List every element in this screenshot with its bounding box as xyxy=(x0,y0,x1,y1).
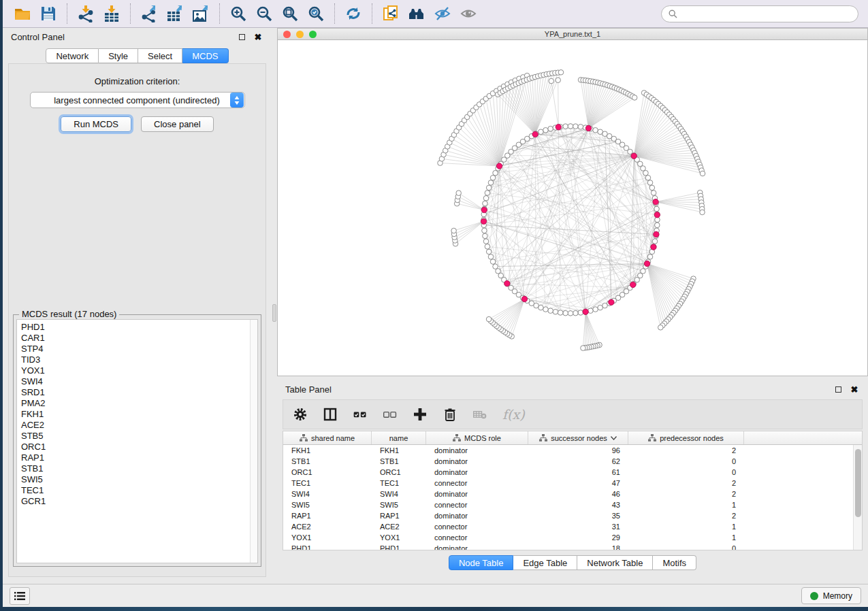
column-header-MCDS-role[interactable]: MCDS role xyxy=(426,431,528,444)
table-row[interactable]: TEC1TEC1connector472 xyxy=(283,478,853,489)
memory-button[interactable]: Memory xyxy=(801,587,861,604)
export-network-icon[interactable] xyxy=(136,2,162,25)
toolbar-separator xyxy=(130,3,131,24)
network-graph xyxy=(278,41,867,376)
export-image-icon[interactable] xyxy=(188,2,214,25)
table-cell: 96 xyxy=(528,446,628,455)
mcds-result-item[interactable]: CAR1 xyxy=(21,333,257,344)
zoom-fit-icon[interactable] xyxy=(277,2,303,25)
hide-selected-icon[interactable] xyxy=(430,2,455,25)
float-panel-icon[interactable] xyxy=(236,31,247,42)
mcds-result-item[interactable]: STB5 xyxy=(21,431,257,442)
mcds-result-item[interactable]: FKH1 xyxy=(21,409,257,420)
mcds-list-scrollbar[interactable] xyxy=(250,320,257,563)
table-cell: 0 xyxy=(628,468,744,476)
table-row[interactable]: ORC1ORC1dominator610 xyxy=(283,467,853,478)
zoom-selected-icon[interactable] xyxy=(303,2,329,25)
table-row[interactable]: FKH1FKH1dominator962 xyxy=(283,445,853,456)
unselect-all-columns-icon[interactable] xyxy=(383,407,398,422)
table-row[interactable]: PHD1PHD1dominator180 xyxy=(283,543,853,550)
network-window-titlebar[interactable]: YPA_prune.txt_1 xyxy=(278,29,867,40)
apply-layout-icon[interactable] xyxy=(340,2,366,25)
column-header-predecessor-nodes[interactable]: predecessor nodes xyxy=(628,431,744,444)
tab-network[interactable]: Network xyxy=(46,48,99,63)
table-cell: 2 xyxy=(628,479,744,487)
import-network-icon[interactable] xyxy=(73,2,99,25)
optimization-criterion-select[interactable]: largest connected component (undirected) xyxy=(30,92,245,108)
splitter-grip[interactable] xyxy=(272,304,276,322)
close-panel-icon[interactable]: ✖ xyxy=(849,384,860,395)
select-all-columns-icon[interactable] xyxy=(353,407,368,422)
table-cell: connector xyxy=(426,501,528,509)
export-table-icon[interactable] xyxy=(162,2,188,25)
search-input[interactable] xyxy=(681,10,851,19)
zoom-in-icon[interactable] xyxy=(225,2,251,25)
mcds-result-item[interactable]: SWI4 xyxy=(21,376,257,387)
mcds-result-list[interactable]: PHD1CAR1STP4TID3YOX1SWI4SRD1PMA2FKH1ACE2… xyxy=(16,319,258,563)
optimization-criterion-label: Optimization criterion: xyxy=(9,76,266,86)
tab-edge-table[interactable]: Edge Table xyxy=(513,555,577,570)
mcds-result-item[interactable]: STB1 xyxy=(21,463,257,474)
mcds-result-item[interactable]: TEC1 xyxy=(21,485,257,496)
network-canvas[interactable] xyxy=(278,41,867,376)
open-file-icon[interactable] xyxy=(10,2,35,25)
table-row[interactable]: SWI4SWI4dominator462 xyxy=(283,489,853,499)
table-cell: 2 xyxy=(628,490,744,498)
table-cell: dominator xyxy=(426,468,528,476)
mcds-result-item[interactable]: TID3 xyxy=(21,354,257,365)
table-cell: SWI5 xyxy=(283,501,372,509)
zoom-out-icon[interactable] xyxy=(251,2,277,25)
mcds-result-item[interactable]: GCR1 xyxy=(21,496,257,507)
window-maximize-icon[interactable] xyxy=(309,31,317,38)
column-header-successor-nodes[interactable]: successor nodes xyxy=(528,431,628,444)
table-row[interactable]: RAP1RAP1dominator352 xyxy=(283,510,853,521)
table-row[interactable]: YOX1YOX1connector291 xyxy=(283,532,853,543)
show-all-icon[interactable] xyxy=(455,2,481,25)
table-scrollbar[interactable] xyxy=(853,445,862,550)
import-table-icon[interactable] xyxy=(99,2,125,25)
tab-network-table[interactable]: Network Table xyxy=(577,555,653,570)
table-row[interactable]: SWI5SWI5connector431 xyxy=(283,499,853,510)
run-mcds-button[interactable]: Run MCDS xyxy=(61,116,131,132)
save-session-icon[interactable] xyxy=(35,2,61,25)
table-cell: 35 xyxy=(528,512,628,520)
tab-mcds[interactable]: MCDS xyxy=(182,48,228,63)
table-scrollbar-thumb[interactable] xyxy=(855,449,861,517)
mcds-result-item[interactable]: ORC1 xyxy=(21,442,257,452)
table-row[interactable]: ACE2ACE2connector311 xyxy=(283,521,853,532)
node-table[interactable]: shared namenameMCDS rolesuccessor nodesp… xyxy=(283,431,863,550)
tab-node-table[interactable]: Node Table xyxy=(449,555,514,570)
window-close-icon[interactable] xyxy=(283,31,291,38)
column-header-name[interactable]: name xyxy=(372,431,426,444)
new-network-from-selection-icon[interactable] xyxy=(378,2,404,25)
table-cell: 2 xyxy=(628,512,744,520)
delete-column-trash-icon[interactable] xyxy=(443,407,457,422)
mcds-result-group: MCDS result (17 nodes) PHD1CAR1STP4TID3Y… xyxy=(13,314,261,567)
table-cell: 0 xyxy=(628,544,744,550)
mcds-result-item[interactable]: PHD1 xyxy=(21,322,257,333)
vertical-splitter[interactable] xyxy=(272,28,277,580)
mcds-result-item[interactable]: YOX1 xyxy=(21,365,257,376)
mcds-result-item[interactable]: RAP1 xyxy=(21,452,257,463)
first-neighbors-icon[interactable] xyxy=(404,2,430,25)
search-box[interactable] xyxy=(661,5,858,22)
float-panel-icon[interactable] xyxy=(833,384,843,395)
task-history-button[interactable] xyxy=(10,587,30,605)
column-header-shared-name[interactable]: shared name xyxy=(283,431,372,444)
mcds-result-item[interactable]: ACE2 xyxy=(21,420,257,431)
show-column-panel-icon[interactable] xyxy=(323,407,338,422)
mcds-result-item[interactable]: STP4 xyxy=(21,344,257,354)
table-cell: TEC1 xyxy=(372,479,426,487)
tab-style[interactable]: Style xyxy=(99,48,138,63)
mcds-result-item[interactable]: PMA2 xyxy=(21,398,257,409)
tab-motifs[interactable]: Motifs xyxy=(653,555,696,570)
table-row[interactable]: STB1STB1dominator620 xyxy=(283,456,853,467)
mcds-result-item[interactable]: SWI5 xyxy=(21,474,257,485)
add-column-icon[interactable] xyxy=(413,407,428,422)
close-panel-icon[interactable]: ✖ xyxy=(253,31,263,42)
table-settings-gear-icon[interactable] xyxy=(293,407,308,422)
mcds-result-item[interactable]: SRD1 xyxy=(21,387,257,398)
window-minimize-icon[interactable] xyxy=(296,31,304,38)
tab-select[interactable]: Select xyxy=(138,48,182,63)
close-panel-button[interactable]: Close panel xyxy=(141,116,214,132)
